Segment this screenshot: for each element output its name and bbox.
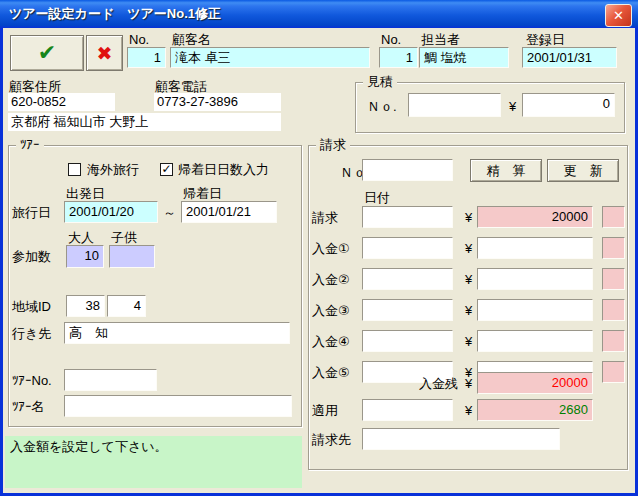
- destination-label: 行き先: [12, 326, 51, 341]
- return-date-field[interactable]: 2001/01/21: [181, 201, 277, 223]
- region-id2-field[interactable]: 4: [107, 295, 146, 317]
- payment4-flag-box[interactable]: [602, 330, 625, 352]
- tour-group-label: ﾂｱｰ: [16, 137, 44, 152]
- reg-date-field[interactable]: 2001/01/31: [522, 47, 617, 68]
- payment1-date-field[interactable]: [362, 237, 453, 259]
- estimate-no-field[interactable]: [408, 93, 501, 117]
- ok-button[interactable]: ✔: [10, 35, 84, 71]
- close-icon: ✕: [613, 8, 624, 23]
- close-button[interactable]: ✕: [605, 4, 632, 27]
- payment1-flag-box[interactable]: [602, 237, 625, 259]
- payment1-label: 入金①: [312, 241, 350, 256]
- no1-field[interactable]: 1: [127, 47, 166, 68]
- return-label: 帰着日: [183, 186, 222, 201]
- payment3-flag-box[interactable]: [602, 299, 625, 321]
- balance-label: 入金残: [419, 376, 458, 391]
- cancel-button[interactable]: ✖: [86, 35, 123, 71]
- payment4-date-field[interactable]: [362, 330, 453, 352]
- payment2-date-field[interactable]: [362, 268, 453, 290]
- tour-no-label: ﾂｱｰNo.: [12, 373, 52, 388]
- status-message-box: 入金額を設定して下さい。: [5, 436, 302, 488]
- estimate-no-label: Ｎｏ.: [367, 99, 397, 114]
- balance-amount-field[interactable]: 20000: [477, 372, 593, 394]
- destination-field[interactable]: 高 知: [64, 322, 290, 344]
- estimate-amount-field[interactable]: 0: [522, 93, 615, 117]
- region-id-label: 地域ID: [12, 299, 51, 314]
- date-tilde: ～: [163, 205, 176, 220]
- settle-button[interactable]: 精 算: [470, 159, 542, 182]
- apply-label: 適用: [312, 403, 338, 418]
- return-days-checkbox[interactable]: ✓: [160, 163, 173, 176]
- child-label: 子供: [111, 230, 137, 245]
- update-button[interactable]: 更 新: [547, 159, 619, 182]
- settle-button-label: 精 算: [487, 162, 526, 180]
- payment2-amount-field[interactable]: [477, 268, 593, 290]
- payment3-date-field[interactable]: [362, 299, 453, 321]
- no2-label: No.: [381, 32, 401, 47]
- tour-settings-window: ツアー設定カード ツアーNo.1修正 ✕ ✔ ✖ No. 1 顧客名 滝本 卓三…: [0, 0, 638, 496]
- overseas-label: 海外旅行: [87, 162, 139, 177]
- reg-date-label: 登録日: [526, 32, 565, 47]
- postal-code-field[interactable]: 620-0852: [8, 93, 115, 111]
- x-icon: ✖: [97, 42, 113, 65]
- customer-address-label: 顧客住所: [9, 79, 61, 94]
- payment5-flag-box[interactable]: [602, 361, 625, 383]
- estimate-yen-label: ¥: [509, 99, 516, 114]
- address-field[interactable]: 京都府 福知山市 大野上: [8, 113, 281, 131]
- staff-no-field[interactable]: 1: [379, 47, 418, 68]
- apply-amount-field[interactable]: 2680: [477, 399, 593, 421]
- child-count-field[interactable]: [109, 245, 155, 268]
- staff-label: 担当者: [421, 32, 460, 47]
- payment1-amount-field[interactable]: [477, 237, 593, 259]
- adult-label: 大人: [68, 230, 94, 245]
- departure-label: 出発日: [66, 186, 105, 201]
- tour-no-field[interactable]: [64, 369, 157, 391]
- payment3-label: 入金③: [312, 303, 350, 318]
- participants-label: 参加数: [12, 249, 51, 264]
- status-message: 入金額を設定して下さい。: [10, 439, 168, 454]
- billing-row-label: 請求: [312, 210, 338, 225]
- staff-field[interactable]: 鯛 塩焼: [419, 47, 509, 68]
- no1-label: No.: [129, 32, 149, 47]
- update-button-label: 更 新: [564, 162, 603, 180]
- window-title: ツアー設定カード ツアーNo.1修正: [0, 5, 221, 23]
- tour-name-field[interactable]: [64, 395, 292, 417]
- yen-label: ¥: [465, 241, 472, 256]
- yen-label: ¥: [465, 272, 472, 287]
- customer-phone-label: 顧客電話: [155, 79, 207, 94]
- yen-label: ¥: [465, 334, 472, 349]
- departure-date-field[interactable]: 2001/01/20: [64, 201, 158, 223]
- estimate-group-label: 見積: [363, 74, 397, 89]
- billing-amount-field[interactable]: 20000: [477, 206, 593, 228]
- travel-date-label: 旅行日: [12, 205, 51, 220]
- title-bar: ツアー設定カード ツアーNo.1修正 ✕: [0, 0, 638, 28]
- yen-label: ¥: [465, 403, 472, 418]
- check-icon: ✔: [38, 40, 56, 66]
- adult-count-field[interactable]: 10: [66, 245, 104, 268]
- payment4-label: 入金④: [312, 334, 350, 349]
- payment5-label: 入金⑤: [312, 365, 350, 380]
- region-id1-field[interactable]: 38: [66, 295, 105, 317]
- customer-name-field[interactable]: 滝本 卓三: [170, 47, 370, 68]
- phone-field[interactable]: 0773-27-3896: [154, 93, 281, 111]
- return-days-label: 帰着日日数入力: [178, 162, 269, 177]
- date-column-label: 日付: [364, 190, 390, 205]
- overseas-checkbox[interactable]: [68, 163, 81, 176]
- yen-label: ¥: [465, 376, 472, 391]
- payment4-amount-field[interactable]: [477, 330, 593, 352]
- apply-date-field[interactable]: [362, 399, 453, 421]
- payment2-flag-box[interactable]: [602, 268, 625, 290]
- customer-name-label: 顧客名: [172, 32, 211, 47]
- yen-label: ¥: [465, 210, 472, 225]
- tour-name-label: ﾂｱｰ名: [12, 399, 45, 414]
- payment2-label: 入金②: [312, 272, 350, 287]
- billto-field[interactable]: [362, 428, 560, 450]
- payment3-amount-field[interactable]: [477, 299, 593, 321]
- billing-date-field[interactable]: [362, 206, 453, 228]
- billto-label: 請求先: [312, 432, 351, 447]
- billing-flag-box[interactable]: [602, 206, 625, 228]
- yen-label: ¥: [465, 303, 472, 318]
- billing-group-label: 請求: [316, 137, 350, 152]
- billing-no-field[interactable]: [362, 159, 453, 181]
